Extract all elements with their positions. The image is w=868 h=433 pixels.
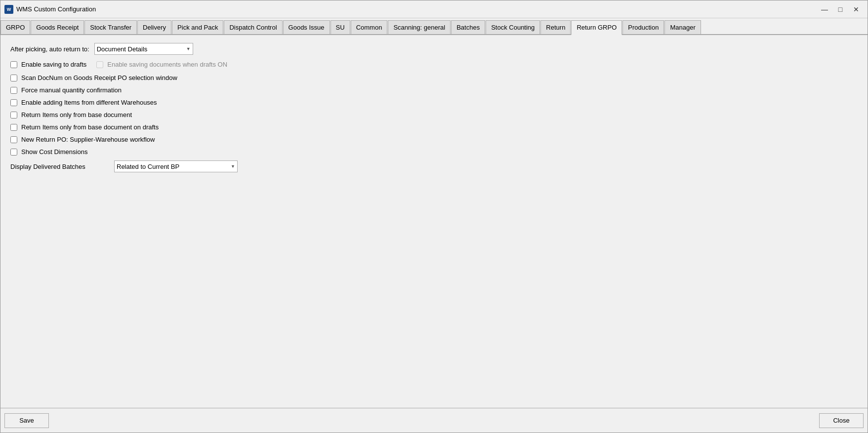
enable-saving-drafts-row: Enable saving to drafts [10, 61, 86, 68]
tab-production[interactable]: Production [622, 20, 664, 34]
window-controls: — □ ✕ [817, 4, 864, 15]
force-manual-qty-label[interactable]: Force manual quantity confirmation [21, 86, 122, 94]
tab-pick-and-pack[interactable]: Pick and Pack [172, 20, 223, 34]
tab-delivery[interactable]: Delivery [137, 20, 171, 34]
auto-return-label: After picking, auto return to: [10, 45, 89, 53]
enable-saving-docs-drafts-label: Enable saving documents when drafts ON [107, 61, 227, 68]
save-button[interactable]: Save [4, 413, 49, 428]
tab-grpo[interactable]: GRPO [0, 20, 30, 34]
footer: Save Close [0, 408, 868, 433]
display-delivered-select[interactable]: Related to Current BP All None [114, 160, 238, 172]
app-icon: W [4, 5, 13, 14]
show-cost-dimensions-label[interactable]: Show Cost Dimensions [21, 148, 87, 156]
new-return-po-checkbox[interactable] [10, 136, 17, 143]
auto-return-select-wrapper: Document Details Document List Main Menu [94, 43, 193, 55]
return-items-base-drafts-label[interactable]: Return Items only from base document on … [21, 123, 159, 131]
enable-adding-items-checkbox[interactable] [10, 99, 17, 106]
enable-saving-docs-drafts-checkbox[interactable] [96, 61, 103, 68]
new-return-po-row: New Return PO: Supplier-Warehouse workfl… [10, 136, 858, 143]
maximize-button[interactable]: □ [833, 4, 848, 15]
tab-batches[interactable]: Batches [451, 20, 485, 34]
tab-su[interactable]: SU [331, 20, 350, 34]
return-items-base-label[interactable]: Return Items only from base document [21, 111, 132, 118]
enable-adding-items-row: Enable adding Items from different Wareh… [10, 99, 858, 106]
force-manual-qty-checkbox[interactable] [10, 87, 17, 94]
return-items-base-checkbox[interactable] [10, 112, 17, 118]
title-bar: W WMS Custom Configuration — □ ✕ [0, 0, 868, 18]
enable-adding-items-label[interactable]: Enable adding Items from different Wareh… [21, 99, 157, 106]
tab-return[interactable]: Return [540, 20, 571, 34]
auto-return-row: After picking, auto return to: Document … [10, 43, 858, 55]
enable-saving-drafts-checkbox[interactable] [10, 61, 17, 68]
content-area: After picking, auto return to: Document … [0, 35, 868, 408]
new-return-po-label[interactable]: New Return PO: Supplier-Warehouse workfl… [21, 136, 155, 143]
display-delivered-label: Display Delivered Batches [10, 163, 109, 170]
window-title: WMS Custom Configuration [16, 5, 817, 13]
tab-bar: GRPO Goods Receipt Stock Transfer Delive… [0, 18, 868, 35]
enable-saving-docs-drafts-row: Enable saving documents when drafts ON [96, 61, 227, 68]
return-items-base-drafts-row: Return Items only from base document on … [10, 123, 858, 131]
tab-stock-transfer[interactable]: Stock Transfer [84, 20, 137, 34]
tab-scanning-general[interactable]: Scanning: general [388, 20, 451, 34]
minimize-button[interactable]: — [817, 4, 832, 15]
scan-docnum-checkbox[interactable] [10, 75, 17, 81]
force-manual-qty-row: Force manual quantity confirmation [10, 86, 858, 94]
close-button[interactable]: Close [819, 413, 864, 428]
tab-dispatch-control[interactable]: Dispatch Control [224, 20, 282, 34]
tab-stock-counting[interactable]: Stock Counting [486, 20, 540, 34]
tab-goods-issue[interactable]: Goods Issue [283, 20, 330, 34]
show-cost-dimensions-row: Show Cost Dimensions [10, 148, 858, 156]
display-delivered-select-wrapper: Related to Current BP All None [114, 160, 238, 172]
tab-return-grpo[interactable]: Return GRPO [571, 20, 622, 35]
tab-goods-receipt[interactable]: Goods Receipt [31, 20, 84, 34]
auto-return-select[interactable]: Document Details Document List Main Menu [94, 43, 193, 55]
tab-common[interactable]: Common [351, 20, 388, 34]
enable-saving-drafts-label[interactable]: Enable saving to drafts [21, 61, 86, 68]
close-window-button[interactable]: ✕ [849, 4, 864, 15]
return-items-base-row: Return Items only from base document [10, 111, 858, 118]
display-delivered-row: Display Delivered Batches Related to Cur… [10, 160, 858, 172]
return-items-base-drafts-checkbox[interactable] [10, 124, 17, 131]
scan-docnum-label[interactable]: Scan DocNum on Goods Receipt PO selectio… [21, 74, 177, 81]
main-window: W WMS Custom Configuration — □ ✕ GRPO Go… [0, 0, 868, 433]
scan-docnum-row: Scan DocNum on Goods Receipt PO selectio… [10, 74, 858, 81]
tab-manager[interactable]: Manager [664, 20, 701, 34]
drafts-row: Enable saving to drafts Enable saving do… [10, 61, 858, 68]
show-cost-dimensions-checkbox[interactable] [10, 149, 17, 156]
